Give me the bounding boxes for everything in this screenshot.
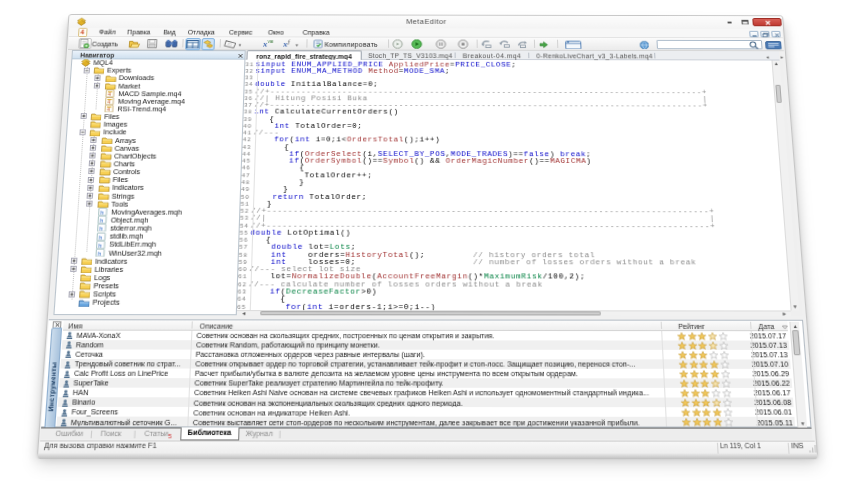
svg-text:h: h — [100, 217, 104, 223]
svg-text:h: h — [98, 242, 102, 248]
svg-text:f: f — [288, 39, 291, 45]
svg-text:var: var — [267, 40, 273, 45]
svg-text:h: h — [99, 225, 103, 231]
svg-text:h: h — [98, 250, 102, 256]
svg-text:h: h — [99, 234, 103, 240]
svg-text:h: h — [100, 209, 104, 215]
